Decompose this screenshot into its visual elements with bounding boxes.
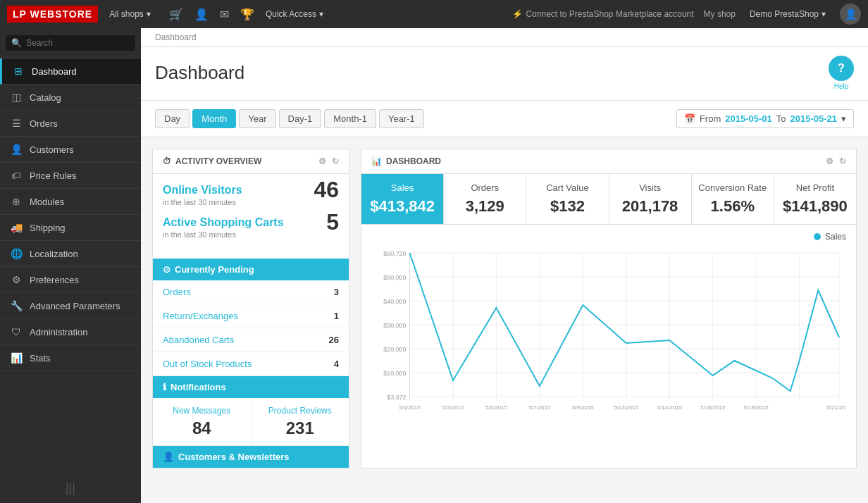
new-messages-value: 84 <box>157 418 247 438</box>
page-header: Dashboard ? Help <box>141 47 868 101</box>
activity-overview-panel: ⏱ ACTIVITY OVERVIEW ⚙ ↻ Online Visitors … <box>152 149 349 468</box>
refresh-icon[interactable]: ↻ <box>839 156 846 166</box>
pending-out-of-stock: Out of Stock Products 4 <box>153 352 349 376</box>
orders-metric[interactable]: Orders 3,129 <box>444 174 526 224</box>
sidebar-item-preferences[interactable]: ⚙ Preferences <box>0 267 141 293</box>
trophy-icon[interactable]: 🏆 <box>240 8 254 21</box>
sidebar-item-label: Dashboard <box>32 66 77 77</box>
notifications-title: Notifications <box>170 382 226 392</box>
search-input[interactable] <box>26 38 130 48</box>
connect-marketplace[interactable]: ⚡ Connect to PrestaShop Marketplace acco… <box>512 9 693 19</box>
svg-text:5/9/2015: 5/9/2015 <box>572 404 594 411</box>
dashboard-panel-tools[interactable]: ⚙ ↻ <box>826 156 846 166</box>
returns-link[interactable]: Return/Exchanges <box>163 311 238 321</box>
all-shops-menu[interactable]: All shops ▾ <box>105 9 155 19</box>
year-minus1-btn[interactable]: Year-1 <box>379 109 424 128</box>
sidebar-item-stats[interactable]: 📊 Stats <box>0 345 141 371</box>
sidebar-item-label: Orders <box>30 118 58 129</box>
conversion-rate-metric[interactable]: Conversion Rate 1.56% <box>692 174 774 224</box>
cart-value-metric[interactable]: Cart Value $132 <box>526 174 609 224</box>
from-date: 2015-05-01 <box>725 113 772 124</box>
abandoned-carts-link[interactable]: Abandoned Carts <box>163 335 234 345</box>
to-label: To <box>776 113 786 124</box>
year-btn[interactable]: Year <box>239 109 275 128</box>
visits-value: 201,178 <box>615 197 686 216</box>
new-messages-cell: New Messages 84 <box>153 398 252 445</box>
visits-metric[interactable]: Visits 201,178 <box>609 174 692 224</box>
cart-icon[interactable]: 🛒 <box>169 8 183 21</box>
sidebar-item-dashboard[interactable]: ⊞ Dashboard <box>0 58 141 85</box>
day-minus1-btn[interactable]: Day-1 <box>279 109 322 128</box>
refresh-icon[interactable]: ↻ <box>332 156 339 166</box>
user-icon[interactable]: 👤 <box>194 8 209 21</box>
quick-access-menu[interactable]: Quick Access ▾ <box>261 9 328 19</box>
calendar-icon: 📅 <box>684 113 695 124</box>
modules-icon: ⊕ <box>10 196 23 207</box>
visits-label: Visits <box>615 182 686 193</box>
nav-icons: 🛒 👤 ✉ 🏆 <box>169 8 254 21</box>
localization-icon: 🌐 <box>10 248 23 259</box>
sidebar-item-label: Price Rules <box>30 170 76 181</box>
stats-icon: 📊 <box>10 352 23 364</box>
sidebar-item-label: Catalog <box>30 92 61 103</box>
gear-icon[interactable]: ⚙ <box>826 156 833 166</box>
svg-text:$50,000: $50,000 <box>383 274 406 281</box>
shipping-icon: 🚚 <box>10 222 23 233</box>
sidebar-item-administration[interactable]: 🛡 Administration <box>0 319 141 345</box>
net-profit-label: Net Profit <box>780 182 850 193</box>
sidebar-item-label: Administration <box>30 327 87 337</box>
dashboard-panel: 📊 DASHBOARD ⚙ ↻ Sales $413,842 Or <box>361 149 857 468</box>
online-visitors-sub: in the last 30 minutes <box>163 198 339 206</box>
settings-icon[interactable]: ⚙ <box>318 156 326 166</box>
sidebar-item-shipping[interactable]: 🚚 Shipping <box>0 215 141 241</box>
day-btn[interactable]: Day <box>155 109 190 128</box>
sidebar-item-customers[interactable]: 👤 Customers <box>0 137 141 163</box>
net-profit-metric[interactable]: Net Profit $141,890 <box>774 174 856 224</box>
activity-panel-tools[interactable]: ⚙ ↻ <box>318 156 339 166</box>
activity-panel-title: ⏱ ACTIVITY OVERVIEW <box>163 156 261 166</box>
orders-value: 3 <box>334 287 339 297</box>
out-of-stock-link[interactable]: Out of Stock Products <box>163 359 252 369</box>
preferences-icon: ⚙ <box>10 274 23 285</box>
my-shop-link[interactable]: My shop <box>704 9 736 19</box>
online-visitors-label: Online Visitors <box>163 184 339 197</box>
sidebar-item-price-rules[interactable]: 🏷 Price Rules <box>0 163 141 189</box>
product-reviews-value: 231 <box>256 418 345 438</box>
sidebar-item-advanced-parameters[interactable]: 🔧 Advanced Parameters <box>0 293 141 319</box>
chart-area: Sales <box>361 225 856 424</box>
help-button[interactable]: ? <box>829 56 854 81</box>
sales-metric[interactable]: Sales $413,842 <box>361 174 444 224</box>
sidebar: 🔍 ⊞ Dashboard ◫ Catalog ☰ Orders 👤 Custo… <box>0 28 141 503</box>
sidebar-item-orders[interactable]: ☰ Orders <box>0 111 141 137</box>
date-range-picker[interactable]: 📅 From 2015-05-01 To 2015-05-21 ▾ <box>676 109 854 128</box>
sidebar-item-label: Preferences <box>30 275 79 285</box>
avatar[interactable]: 👤 <box>840 4 861 25</box>
mail-icon[interactable]: ✉ <box>220 8 229 21</box>
from-label: From <box>700 113 721 124</box>
month-minus1-btn[interactable]: Month-1 <box>324 109 376 128</box>
chevron-down-icon: ▾ <box>841 113 846 124</box>
cart-value-label: Cart Value <box>532 182 602 193</box>
metrics-table: Sales $413,842 Orders 3,129 Cart Value $… <box>361 174 856 225</box>
logo[interactable]: LP WEBSTORE <box>7 6 98 23</box>
orders-icon: ☰ <box>10 118 23 129</box>
sidebar-item-localization[interactable]: 🌐 Localization <box>0 241 141 267</box>
search-wrap: 🔍 <box>6 35 135 51</box>
month-btn[interactable]: Month <box>192 109 236 128</box>
new-messages-link[interactable]: New Messages <box>173 406 230 416</box>
svg-text:5/5/2015: 5/5/2015 <box>485 404 507 411</box>
currently-pending-title: Currently Pending <box>175 264 254 275</box>
product-reviews-link[interactable]: Product Reviews <box>268 406 332 416</box>
sidebar-item-catalog[interactable]: ◫ Catalog <box>0 85 141 111</box>
user-menu[interactable]: Demo PrestaShop ▾ <box>745 9 830 19</box>
sidebar-item-label: Customers <box>30 144 74 155</box>
sidebar-footer: ||| <box>0 474 141 503</box>
legend-label: Sales <box>825 232 846 242</box>
search-bar: 🔍 <box>0 28 141 58</box>
pending-list: Orders 3 Return/Exchanges 1 Abandoned Ca… <box>153 280 349 376</box>
svg-text:$30,000: $30,000 <box>383 322 406 329</box>
orders-link[interactable]: Orders <box>163 287 191 297</box>
svg-text:$60,720: $60,720 <box>383 250 406 257</box>
page-title: Dashboard <box>155 62 244 84</box>
sidebar-item-modules[interactable]: ⊕ Modules <box>0 189 141 215</box>
